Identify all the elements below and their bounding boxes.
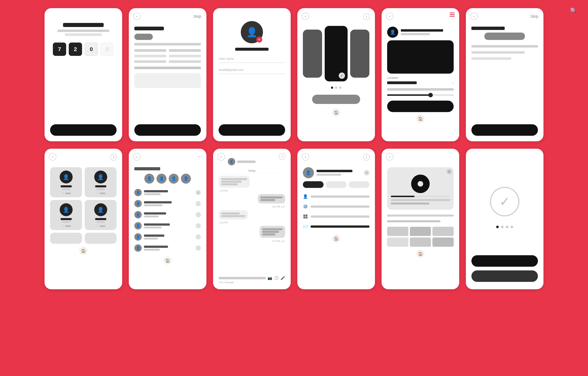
menu-line-1 (311, 196, 369, 198)
info-icon-9[interactable]: i (279, 153, 285, 160)
home-icon-5[interactable]: 🏠 (416, 115, 424, 123)
screen-contacts: ‹ ⋯ 👤 👤 👤 👤 👤 2 👤 👤 (129, 149, 206, 289)
form-line-5 (134, 66, 201, 69)
thumb-4[interactable] (387, 237, 408, 247)
search-icon[interactable]: 🔍 (570, 7, 577, 14)
clock-icon[interactable]: 🕐 (274, 276, 279, 280)
cta-button-12a[interactable] (471, 255, 538, 267)
av-8-4[interactable]: 👤 (181, 174, 191, 184)
back-button-6[interactable]: ‹ (470, 12, 478, 20)
profile-card-5[interactable] (50, 233, 82, 244)
menu-item-person[interactable]: 👤 (303, 194, 369, 199)
thumb-3[interactable] (432, 227, 454, 236)
home-icon-8[interactable]: 🏠 (164, 256, 172, 265)
profile-card-4[interactable]: 👤 ♡ (85, 200, 117, 230)
back-button-9[interactable]: ‹ (218, 153, 225, 161)
three-dot-8[interactable]: ⋯ (197, 154, 202, 160)
form-line-3b (169, 55, 201, 57)
message-input-row: 📷 🕐 🎤 (219, 273, 285, 280)
username-field[interactable]: User name (219, 55, 285, 63)
btn-light-10a[interactable] (326, 181, 346, 188)
chevron-right-icon[interactable]: › (452, 81, 454, 85)
home-icon-10[interactable]: 🏠 (332, 234, 340, 243)
back-button-4[interactable]: ‹ (302, 12, 309, 20)
cta-button-2[interactable] (134, 124, 201, 136)
avatar-card-3: 👤 (60, 203, 73, 216)
skip-label-6[interactable]: Skip (530, 14, 538, 19)
menu-item-settings[interactable]: ⚙️ (303, 204, 369, 209)
message-input[interactable] (219, 277, 266, 279)
card-left[interactable] (303, 30, 322, 78)
btn-light-10b[interactable] (349, 181, 369, 188)
thumb-6[interactable] (432, 237, 454, 247)
cta-button-3[interactable] (219, 124, 285, 136)
contact-item-6[interactable]: 👤 (134, 244, 201, 252)
btn-dark-10[interactable] (303, 181, 324, 188)
menu-item-mail[interactable]: ✉️ (303, 224, 369, 229)
profile-card-3[interactable]: 👤 ♡ (50, 200, 82, 230)
email-field[interactable]: email@gmail.com (219, 66, 285, 74)
back-button-11[interactable]: ‹ (386, 153, 393, 161)
cta-bar-4[interactable] (312, 95, 360, 104)
profile-card-6[interactable] (85, 233, 117, 244)
ob-pill[interactable] (484, 33, 525, 40)
form-title (134, 27, 164, 30)
contact-item-3[interactable]: 👤 (134, 211, 201, 218)
cta-button-1[interactable] (50, 124, 117, 136)
profile-card-1[interactable]: 👤 ♡ (50, 167, 82, 197)
location-row: › (387, 81, 454, 85)
home-icon-11[interactable]: 🏠 (416, 250, 424, 258)
menu-icon-5[interactable] (450, 12, 455, 17)
counter-2[interactable]: 2 (69, 43, 82, 56)
cta-button-12b[interactable] (471, 270, 538, 282)
mic-icon[interactable]: 🎤 (281, 276, 285, 280)
modal-close-btn[interactable]: ✕ (447, 169, 452, 174)
back-button-8[interactable]: ‹ (133, 153, 141, 161)
av-8-3[interactable]: 👤 (169, 174, 179, 184)
info-icon-4[interactable]: i (363, 13, 370, 20)
home-icon-7[interactable]: 🏠 (79, 247, 87, 255)
info-icon-10[interactable]: i (363, 154, 370, 161)
add-button-10[interactable]: + (364, 170, 369, 176)
ob-line-3 (471, 57, 511, 60)
back-button-7[interactable]: ‹ (49, 153, 56, 161)
action-buttons-10 (303, 181, 369, 188)
thumb-1[interactable] (387, 227, 408, 236)
cta-button-6[interactable] (471, 124, 538, 136)
screen-profile-create: 👤 + User name email@gmail.com (213, 8, 291, 141)
cta-button-5[interactable] (387, 101, 454, 112)
avatar-plus-btn[interactable]: + (256, 37, 262, 43)
thumb-5[interactable] (410, 237, 431, 247)
skip-label-2[interactable]: Skip (193, 14, 201, 19)
camera-icon[interactable]: 📷 (268, 276, 272, 280)
card-right[interactable] (350, 30, 369, 78)
form-pill[interactable] (134, 34, 153, 40)
contact-item-4[interactable]: 👤 (134, 222, 201, 230)
form-line-4b (169, 60, 201, 63)
contact-item-2[interactable]: 👤 (134, 200, 201, 207)
info-icon-7[interactable]: i (110, 154, 117, 161)
back-button-2[interactable]: ‹ (133, 12, 141, 20)
card-center[interactable]: ✓ (325, 26, 347, 81)
thumb-2[interactable] (410, 227, 431, 236)
form-line-3a (134, 55, 166, 57)
counter-7[interactable]: 7 (53, 43, 66, 56)
filter-icon: 🎛️ (303, 214, 308, 219)
screens-container: 🔍 7 2 0 0 ‹ Skip (0, 0, 588, 297)
profile-card-2[interactable]: 👤 ♡ (85, 167, 117, 197)
contact-item-5[interactable]: 👤 (134, 233, 201, 241)
avatar-container[interactable]: 👤 + (241, 21, 263, 43)
location-bar (387, 81, 417, 84)
name-line-5b (401, 33, 430, 35)
contact-item-1[interactable]: 👤 2 (134, 189, 201, 196)
home-icon-4[interactable]: 🏠 (332, 108, 340, 117)
counter-0[interactable]: 0 (85, 43, 98, 56)
slider-thumb[interactable] (428, 93, 433, 97)
contacts-title (134, 167, 160, 170)
profile-name-10a (316, 170, 352, 172)
back-button-5[interactable]: ‹ (386, 12, 393, 20)
menu-item-filters[interactable]: 🎛️ (303, 214, 369, 219)
back-button-10[interactable]: ‹ (302, 153, 309, 161)
av-8-1[interactable]: 👤 (144, 174, 154, 184)
av-8-2[interactable]: 👤 (157, 174, 167, 184)
